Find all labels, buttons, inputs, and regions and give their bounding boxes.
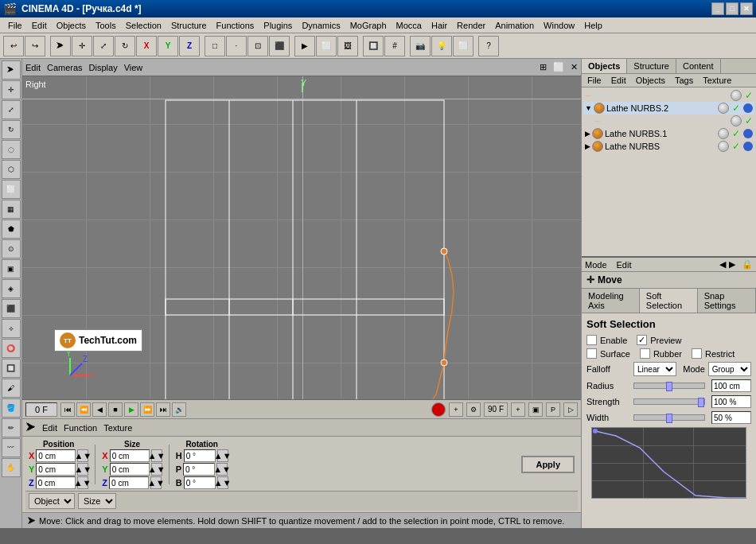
mode-select[interactable]: Group	[708, 362, 751, 376]
vp-display[interactable]: Display	[89, 63, 118, 72]
camera-btn[interactable]: 📷	[410, 36, 431, 56]
vp-maximize[interactable]: ⬜	[553, 62, 564, 72]
maximize-button[interactable]: □	[726, 2, 738, 15]
b-rot-input[interactable]: 0 °	[184, 476, 216, 489]
y-size-spinner[interactable]: ▲▼	[151, 463, 162, 476]
render-to-picture[interactable]: 🖼	[337, 36, 358, 56]
menu-selection[interactable]: Selection	[121, 19, 166, 32]
tl-stop[interactable]: ■	[108, 402, 123, 417]
obj-objects-menu[interactable]: Objects	[632, 75, 669, 86]
x-size-input[interactable]: 0 cm	[110, 449, 150, 462]
lt-tool7[interactable]: ▣	[2, 259, 21, 278]
lathe1-expand[interactable]: ▶	[585, 130, 590, 138]
obj-texture-menu[interactable]: Texture	[699, 75, 735, 86]
lathe-expand[interactable]: ▶	[585, 142, 590, 150]
axis-z[interactable]: Z	[179, 36, 200, 56]
z-size-input[interactable]: 0 cm	[109, 476, 149, 489]
x-position-input[interactable]: 0 cm	[36, 449, 76, 462]
vp-close[interactable]: ✕	[571, 62, 578, 72]
lt-smooth[interactable]: 〰	[2, 438, 21, 457]
tl-prev-frame[interactable]: ⏪	[76, 402, 91, 417]
help-icon[interactable]: ?	[478, 36, 499, 56]
menu-edit[interactable]: Edit	[27, 19, 52, 32]
record-button[interactable]	[431, 402, 446, 417]
menu-objects[interactable]: Objects	[52, 19, 91, 32]
point-mode[interactable]: ·	[226, 36, 247, 56]
render-region[interactable]: ⬜	[316, 36, 337, 56]
radius-slider[interactable]	[633, 383, 705, 389]
tab-soft-selection[interactable]: Soft Selection	[640, 289, 698, 313]
lt-tool3[interactable]: ⬜	[2, 180, 21, 199]
vp-cameras[interactable]: Cameras	[47, 63, 83, 72]
z-size-spinner[interactable]: ▲▼	[150, 476, 162, 489]
close-button[interactable]: ✕	[740, 2, 753, 15]
tl-audio[interactable]: 🔊	[172, 402, 186, 417]
menu-render[interactable]: Render	[452, 19, 490, 32]
width-slider[interactable]	[633, 414, 705, 421]
p-rot-spinner[interactable]: ▲▼	[216, 463, 228, 476]
lt-tool2[interactable]: ⬡	[2, 160, 21, 179]
object-mode[interactable]: □	[205, 36, 225, 56]
width-input[interactable]: 50 %	[711, 411, 751, 424]
menu-functions[interactable]: Functions	[212, 19, 259, 32]
undo-button[interactable]: ↩	[3, 36, 24, 56]
size-select[interactable]: Size	[78, 493, 116, 509]
main-viewport[interactable]: Right	[22, 76, 581, 399]
tl-to-start[interactable]: ⏮	[60, 402, 75, 417]
x-size-spinner[interactable]: ▲▼	[151, 449, 162, 462]
current-frame[interactable]: 0 F	[25, 402, 57, 417]
menu-file[interactable]: File	[3, 19, 27, 32]
falloff-select[interactable]: Linear	[633, 362, 676, 376]
edge-mode[interactable]: ⊡	[247, 36, 268, 56]
menu-window[interactable]: Window	[539, 19, 579, 32]
list-item[interactable]: ▶ Lathe NURBS.1 ✓	[583, 127, 754, 140]
preview-checkbox[interactable]: ✓	[637, 335, 647, 345]
tab-objects[interactable]: Objects	[582, 59, 627, 73]
select-tool[interactable]: ⮞	[50, 36, 71, 56]
strength-input[interactable]: 100 %	[711, 395, 751, 408]
lt-tool10[interactable]: ⟡	[2, 319, 21, 338]
bt-texture[interactable]: Texture	[103, 423, 132, 433]
p-rot-input[interactable]: 0 °	[183, 463, 215, 476]
tab-structure[interactable]: Structure	[627, 59, 676, 73]
lt-tool4[interactable]: ▦	[2, 200, 21, 219]
y-position-input[interactable]: 0 cm	[36, 463, 76, 476]
menu-mocca[interactable]: Mocca	[392, 19, 427, 32]
lt-rotate[interactable]: ↻	[2, 120, 21, 139]
radius-input[interactable]: 100 cm	[711, 379, 751, 392]
lathe2-expand[interactable]: ▼	[585, 104, 592, 112]
title-bar-controls[interactable]: _ □ ✕	[711, 2, 753, 15]
prop-lock[interactable]: 🔒	[742, 259, 753, 270]
obj-tags-menu[interactable]: Tags	[671, 75, 697, 86]
move-tool[interactable]: ✛	[72, 36, 92, 56]
menu-animation[interactable]: Animation	[490, 19, 539, 32]
menu-tools[interactable]: Tools	[91, 19, 121, 32]
poly-mode[interactable]: ⬛	[269, 36, 290, 56]
scale-tool[interactable]: ⤢	[93, 36, 114, 56]
list-item[interactable]: ─ Spline ✓	[593, 115, 754, 127]
tab-content[interactable]: Content	[676, 59, 721, 73]
bt-edit[interactable]: Edit	[42, 423, 57, 433]
list-item[interactable]: ─ Spline ✓	[583, 89, 754, 102]
vp-edit[interactable]: Edit	[25, 63, 41, 72]
falloff-graph[interactable]	[591, 427, 746, 499]
minimize-button[interactable]: _	[711, 2, 724, 15]
axis-x[interactable]: X	[136, 36, 157, 56]
z-position-input[interactable]: 0 cm	[36, 476, 76, 489]
enable-checkbox[interactable]	[586, 335, 597, 345]
list-item[interactable]: ▼ Lathe NURBS.2 ✓	[583, 102, 754, 115]
lt-scale[interactable]: ⤢	[2, 100, 21, 119]
tl-extra3[interactable]: P	[546, 402, 560, 417]
menu-plugins[interactable]: Plugins	[259, 19, 297, 32]
lt-tool9[interactable]: ⬛	[2, 299, 21, 318]
lt-tool8[interactable]: ◈	[2, 279, 21, 298]
surface-checkbox[interactable]	[586, 348, 597, 359]
rubber-checkbox[interactable]	[640, 348, 650, 359]
prop-arrow-left[interactable]: ◀	[719, 259, 726, 270]
lt-tool5[interactable]: ⬟	[2, 220, 21, 239]
snap-button[interactable]: 🔲	[363, 36, 384, 56]
redo-button[interactable]: ↪	[25, 36, 45, 56]
menu-dynamics[interactable]: Dynamics	[297, 19, 345, 32]
vp-view[interactable]: View	[124, 63, 143, 72]
menu-structure[interactable]: Structure	[166, 19, 212, 32]
